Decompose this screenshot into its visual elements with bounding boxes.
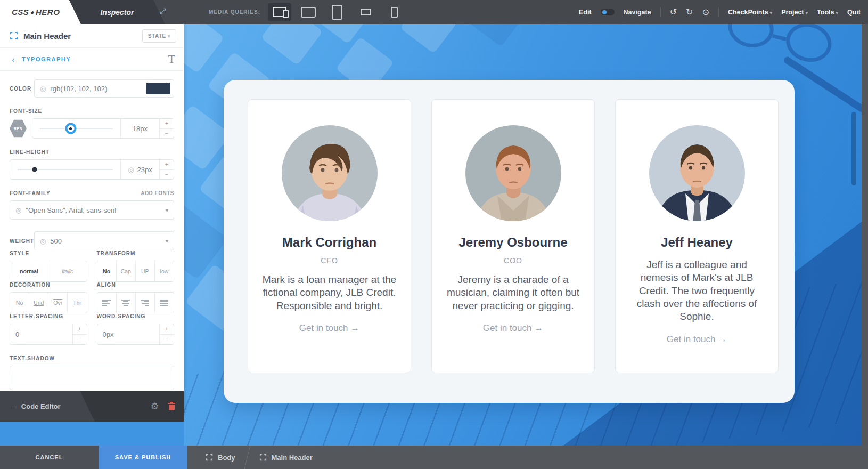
breadcrumb-main-header[interactable]: Main Header: [248, 446, 324, 469]
phone-portrait-icon: [391, 7, 398, 18]
edit-mode-label[interactable]: Edit: [579, 9, 592, 16]
slider-handle[interactable]: [65, 123, 76, 134]
device-tablet-landscape-button[interactable]: [297, 3, 320, 21]
color-swatch[interactable]: [146, 83, 170, 94]
slider-handle[interactable]: [32, 167, 37, 172]
typography-tool-icon[interactable]: T: [168, 52, 175, 66]
line-height-stepper: + −: [159, 160, 174, 179]
style-italic-button[interactable]: italic: [48, 261, 86, 281]
gear-icon[interactable]: ⚙: [151, 401, 159, 412]
decoration-none-button[interactable]: No: [10, 293, 29, 313]
decrement-button[interactable]: −: [160, 335, 174, 345]
increment-button[interactable]: +: [160, 324, 174, 335]
divider: [660, 7, 661, 17]
device-phone-landscape-button[interactable]: [354, 3, 378, 21]
increment-button[interactable]: +: [160, 160, 174, 170]
style-button-group: normal italic: [10, 261, 87, 282]
transform-none-button[interactable]: No: [97, 261, 116, 281]
align-justify-icon: [160, 300, 168, 306]
css-hero-editor: Mark Corrighan CFO Mark is a loan manage…: [0, 0, 868, 469]
device-desktop-button[interactable]: [268, 3, 291, 21]
font-size-stepper: + −: [159, 119, 174, 138]
typography-section-header: ‹ TYPOGRAPHY T: [0, 48, 184, 71]
device-phone-portrait-button[interactable]: [383, 3, 406, 21]
chevron-down-icon: ▾: [770, 10, 773, 15]
phone-landscape-icon: [361, 9, 371, 15]
member-name: Jeff Heaney: [629, 235, 764, 250]
state-button[interactable]: STATE ▾: [142, 29, 176, 43]
font-size-control: RPS 18px + −: [10, 118, 174, 139]
font-family-select[interactable]: ◎ "Open Sans", Arial, sans-serif ▾: [10, 200, 174, 220]
weight-select[interactable]: ◎ 500 ▾: [34, 231, 174, 250]
align-label: ALIGN: [97, 282, 116, 288]
transform-lowercase-button[interactable]: low: [154, 261, 174, 281]
style-normal-button[interactable]: normal: [10, 261, 48, 281]
font-size-value[interactable]: 18px: [133, 125, 148, 133]
avatar-jeff: [649, 125, 745, 221]
decoration-overline-button[interactable]: Ovr: [48, 293, 67, 313]
line-height-control: ◎ 23px + −: [10, 159, 174, 180]
align-left-button[interactable]: [97, 293, 116, 313]
line-height-label: LINE-HEIGHT: [10, 149, 50, 155]
get-in-touch-link[interactable]: Get in touch →: [667, 334, 727, 345]
history-icon[interactable]: ⊙: [702, 8, 709, 17]
collapse-icon: –: [11, 402, 15, 410]
letter-spacing-input[interactable]: 0 + −: [10, 324, 87, 345]
color-input[interactable]: ◎ rgb(102, 102, 102): [34, 79, 174, 98]
line-height-slider[interactable]: [18, 169, 113, 170]
toggle-knob: [602, 10, 607, 14]
align-justify-button[interactable]: [154, 293, 174, 313]
selected-element-name: Main Header: [23, 31, 142, 41]
text-shadow-input[interactable]: [10, 366, 174, 390]
decrement-button[interactable]: −: [160, 129, 174, 139]
device-tablet-portrait-button[interactable]: [325, 3, 349, 21]
transform-uppercase-button[interactable]: UP: [135, 261, 154, 281]
menu-checkpoints[interactable]: CheckPoints▾: [728, 9, 772, 16]
edit-navigate-toggle[interactable]: [601, 9, 615, 15]
back-chevron-icon[interactable]: ‹: [12, 55, 14, 64]
decrement-button[interactable]: −: [160, 170, 174, 180]
breadcrumb-body[interactable]: Body: [194, 446, 247, 469]
decoration-strikethrough-button[interactable]: Thr: [67, 293, 86, 313]
menu-tools[interactable]: Tools▾: [817, 9, 838, 16]
navigate-mode-label[interactable]: Navigate: [624, 9, 651, 16]
member-role: CFO: [262, 256, 397, 265]
align-right-icon: [141, 300, 149, 306]
increment-button[interactable]: +: [73, 324, 87, 335]
rps-badge[interactable]: RPS: [10, 119, 27, 138]
scrollbar-thumb[interactable]: [851, 112, 856, 185]
redo-icon[interactable]: ↻: [686, 8, 693, 17]
tab-inspector[interactable]: Inspector: [69, 0, 165, 24]
increment-button[interactable]: +: [160, 119, 174, 129]
cancel-button[interactable]: CANCEL: [0, 446, 99, 469]
undo-icon[interactable]: ↺: [670, 8, 677, 17]
decrement-button[interactable]: −: [73, 335, 87, 345]
align-button-group: [97, 292, 175, 313]
menu-quit[interactable]: Quit: [847, 9, 861, 16]
align-center-button[interactable]: [116, 293, 135, 313]
line-height-value[interactable]: 23px: [137, 166, 152, 174]
decoration-underline-button[interactable]: Und: [29, 293, 48, 313]
font-size-slider[interactable]: [40, 128, 113, 129]
code-editor-tab[interactable]: – Code Editor: [0, 391, 95, 422]
align-right-button[interactable]: [135, 293, 154, 313]
add-fonts-link[interactable]: ADD FONTS: [141, 190, 174, 196]
get-in-touch-link[interactable]: Get in touch →: [483, 323, 543, 334]
chevron-down-icon: ▾: [166, 238, 168, 244]
get-in-touch-link[interactable]: Get in touch →: [299, 323, 359, 334]
viewfinder-icon: [206, 454, 213, 461]
team-section: Mark Corrighan CFO Mark is a loan manage…: [224, 80, 795, 403]
trash-icon[interactable]: [168, 402, 175, 410]
word-spacing-input[interactable]: 0px + −: [97, 324, 175, 345]
transform-capitalize-button[interactable]: Cap: [116, 261, 135, 281]
section-title[interactable]: TYPOGRAPHY: [22, 56, 168, 62]
expand-icon[interactable]: ⤢: [160, 6, 166, 16]
member-bio: Jeff is a colleague and nemesis of Mark'…: [629, 258, 764, 324]
media-queries-label: MEDIA QUERIES:: [209, 9, 260, 15]
menu-project[interactable]: Project▾: [781, 9, 808, 16]
save-publish-button[interactable]: SAVE & PUBLISH: [99, 446, 187, 469]
code-editor-bar[interactable]: – Code Editor ⚙: [0, 391, 184, 422]
tab-css-hero[interactable]: CSS◆HERO: [0, 0, 81, 24]
font-size-label: FONT-SIZE: [10, 108, 42, 114]
member-role: COO: [446, 256, 580, 265]
